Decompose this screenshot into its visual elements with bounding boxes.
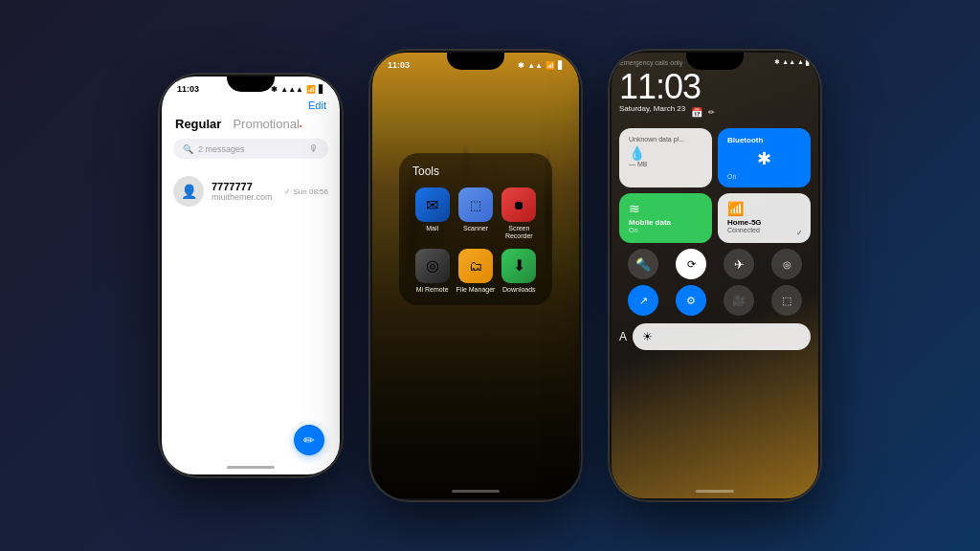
- compose-icon: ✏: [303, 432, 315, 448]
- bluetooth-icon: ✱: [774, 58, 780, 66]
- camera-button[interactable]: 🎥: [724, 285, 754, 316]
- data-drop-icon: 💧: [629, 145, 645, 161]
- control-center-screen: Emergency calls only ✱ ▲▲ ▲ ▋ 11:03 Satu…: [612, 53, 818, 498]
- notch: [227, 77, 275, 92]
- tile-label: Mobile data: [629, 218, 702, 227]
- folder-title: Tools: [411, 165, 541, 178]
- tab-regular[interactable]: Regular: [175, 117, 221, 131]
- home-indicator: [227, 466, 275, 469]
- tiles-row-2: ≋ Mobile data On 📶 Home-5G Connected ✓: [619, 193, 811, 243]
- tile-wifi[interactable]: 📶 Home-5G Connected ✓: [718, 193, 811, 243]
- folder-row-1: ✉ Mail ⬚ Scanner ⏺ Screen Recorder: [411, 187, 541, 241]
- checkmark-icon: ✓: [796, 229, 803, 237]
- cellular-icon: ≋: [629, 201, 702, 216]
- app-label: Downloads: [502, 286, 536, 294]
- rotation-button[interactable]: ⟳: [676, 249, 706, 279]
- cc-time: 11:03: [619, 70, 811, 104]
- tiles-row-1: Unknown data pl... 💧 — MB Bluetooth ✱ On: [619, 128, 811, 187]
- wifi-icon: ▲: [797, 58, 804, 66]
- app-label: Scanner: [463, 225, 488, 232]
- app-files[interactable]: 🗂 File Manager: [455, 249, 497, 294]
- messages-screen: 11:03 ✱ ▲▲▲ 📶 ▋ Edit Regular Promotional…: [162, 77, 340, 474]
- calendar-icon: 📅: [691, 107, 702, 118]
- status-icons: ✱ ▲▲ 📶 ▋: [518, 61, 564, 70]
- cc-buttons-row-2: ↗ ⚙ 🎥 ⬚: [619, 285, 811, 316]
- signal-icon: ▲▲: [527, 61, 543, 70]
- edit-icon: ✏: [708, 108, 715, 117]
- tile-sub-label: — MB: [629, 161, 702, 167]
- app-recorder[interactable]: ⏺ Screen Recorder: [498, 187, 540, 241]
- sun-icon: ☀: [642, 330, 653, 343]
- tile-mobile-data[interactable]: Unknown data pl... 💧 — MB: [619, 128, 712, 187]
- bluetooth-tile-icon: ✱: [757, 148, 771, 169]
- folder-row-2: ◎ Mi Remote 🗂 File Manager ⬇ Downloads: [411, 249, 541, 294]
- status-icons: ✱ ▲▲▲ 📶 ▋: [271, 85, 324, 94]
- search-bar[interactable]: 🔍 2 messages 🎙: [173, 139, 328, 159]
- message-time: ✓ Sun 08:56: [284, 187, 328, 196]
- remote-icon: ◎: [415, 249, 450, 283]
- tab-promotional[interactable]: Promotional•: [233, 117, 301, 131]
- cc-content: Emergency calls only ✱ ▲▲ ▲ ▋ 11:03 Satu…: [612, 53, 818, 356]
- home-indicator: [452, 490, 500, 493]
- screen-button[interactable]: ⬚: [771, 285, 802, 316]
- flashlight-button[interactable]: 🔦: [628, 249, 658, 279]
- settings-button[interactable]: ⚙: [676, 285, 706, 316]
- cc-buttons-row-1: 🔦 ⟳ ✈ ◎: [619, 249, 811, 279]
- app-label: Mail: [426, 225, 438, 232]
- location-button[interactable]: ↗: [628, 285, 658, 316]
- phone-control-center: Emergency calls only ✱ ▲▲ ▲ ▋ 11:03 Satu…: [610, 51, 820, 500]
- app-label: Mi Remote: [416, 286, 449, 294]
- bluetooth-icon: ✱: [271, 85, 278, 94]
- notch: [686, 53, 744, 70]
- contact-name: 7777777: [212, 181, 277, 192]
- time-label: 11:03: [177, 84, 199, 94]
- brightness-slider[interactable]: ☀: [633, 323, 811, 350]
- signal-icon: ▲▲▲: [280, 85, 303, 94]
- tile-cellular[interactable]: ≋ Mobile data On: [619, 193, 712, 243]
- app-mail[interactable]: ✉ Mail: [412, 187, 454, 241]
- tile-sub: On: [629, 227, 702, 233]
- recorder-icon: ⏺: [501, 187, 536, 222]
- wifi-icon: 📶: [546, 61, 555, 70]
- cc-status-icons: ✱ ▲▲ ▲ ▋: [774, 58, 811, 66]
- battery-icon: ▋: [319, 85, 324, 94]
- mic-icon[interactable]: 🎙: [309, 143, 319, 154]
- app-remote[interactable]: ◎ Mi Remote: [412, 249, 454, 294]
- home-screen: 11:03 ✱ ▲▲ 📶 ▋ Tools ✉ Mail ⬚ Scanner: [372, 53, 579, 498]
- message-content: 7777777 miuithemer.com: [212, 181, 277, 202]
- search-icon: 🔍: [183, 144, 193, 154]
- phone-messages: 11:03 ✱ ▲▲▲ 📶 ▋ Edit Regular Promotional…: [160, 75, 342, 476]
- app-label: Screen Recorder: [498, 225, 540, 241]
- bluetooth-icon: ✱: [518, 61, 524, 70]
- focus-button[interactable]: ◎: [771, 249, 802, 279]
- phone-home: 11:03 ✱ ▲▲ 📶 ▋ Tools ✉ Mail ⬚ Scanner: [370, 51, 581, 500]
- signal-icon: ▲▲: [782, 58, 795, 66]
- avatar: 👤: [173, 176, 204, 207]
- text-size-small: A: [619, 330, 627, 343]
- message-item[interactable]: 👤 7777777 miuithemer.com ✓ Sun 08:56: [162, 168, 340, 214]
- brightness-row: A ☀: [619, 323, 811, 350]
- wifi-tile-icon: 📶: [727, 201, 801, 216]
- tile-bluetooth[interactable]: Bluetooth ✱ On: [718, 128, 811, 187]
- downloads-icon: ⬇: [501, 249, 536, 283]
- tile-sub: On: [727, 173, 801, 180]
- app-label: File Manager: [457, 286, 496, 294]
- mail-icon: ✉: [415, 187, 450, 222]
- app-scanner[interactable]: ⬚ Scanner: [455, 187, 497, 241]
- emergency-label: Emergency calls only: [619, 59, 682, 66]
- app-downloads[interactable]: ⬇ Downloads: [498, 249, 540, 294]
- search-input[interactable]: 2 messages: [198, 144, 304, 154]
- time-label: 11:03: [388, 60, 410, 70]
- tile-sub: Connected: [727, 227, 801, 233]
- edit-button[interactable]: Edit: [308, 99, 326, 111]
- messages-header: Edit: [162, 98, 340, 117]
- cc-date-row: Saturday, March 23 📅 ✏: [619, 104, 811, 121]
- tile-top-label: Unknown data pl...: [629, 136, 702, 143]
- app-folder-tools[interactable]: Tools ✉ Mail ⬚ Scanner ⏺ Screen Recorder…: [399, 153, 552, 305]
- tile-label: Bluetooth: [727, 136, 801, 144]
- compose-button[interactable]: ✏: [294, 425, 324, 455]
- airplane-button[interactable]: ✈: [724, 249, 754, 279]
- wifi-icon: 📶: [306, 85, 316, 94]
- promo-dot: •: [300, 121, 302, 130]
- notch: [447, 53, 504, 70]
